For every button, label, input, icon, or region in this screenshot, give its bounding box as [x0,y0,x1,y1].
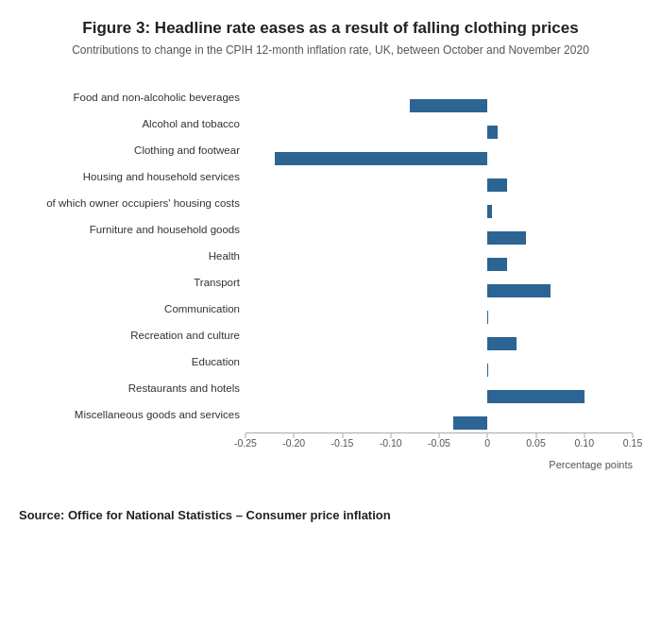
table-row: Housing and household services [28,164,633,189]
bar [487,126,497,139]
axis-tick-label: -0.25 [234,437,257,449]
bar [487,364,488,377]
table-row: Education [28,349,633,374]
chart-subtitle: Contributions to change in the CPIH 12-m… [19,43,642,57]
axis-ticks: -0.25-0.20-0.15-0.10-0.0500.050.100.15 [246,432,633,455]
source-text: Source: Office for National Statistics –… [19,508,642,522]
chart-container: Figure 3: Headline rate eases as a resul… [19,19,642,522]
bar [487,284,551,297]
row-label: Alcohol and tobacco [28,118,246,129]
bar [487,205,492,218]
row-label: Transport [28,277,246,288]
table-row: Restaurants and hotels [28,376,633,400]
chart-area: Food and non-alcoholic beveragesAlcohol … [28,85,633,470]
bar [453,416,487,430]
bar [487,178,507,192]
row-label: Education [28,356,246,367]
chart-inner: Food and non-alcoholic beveragesAlcohol … [28,85,633,429]
bar [275,152,488,165]
row-label: Food and non-alcoholic beverages [28,92,246,103]
table-row: Clothing and footwear [28,138,633,162]
row-label: Clothing and footwear [28,144,246,156]
row-label: Health [28,250,246,262]
table-row: Health [28,244,633,268]
axis-tick-label: 0.15 [623,437,642,449]
table-row: Transport [28,270,633,295]
axis-area: -0.25-0.20-0.15-0.10-0.0500.050.100.15 P… [28,432,633,470]
row-label: Recreation and culture [28,330,246,341]
table-row: Food and non-alcoholic beverages [28,85,633,110]
table-row: of which owner occupiers' housing costs [28,191,633,215]
table-row: Recreation and culture [28,323,633,347]
bar [410,99,487,112]
axis-tick-label: 0.05 [526,437,545,449]
axis-tick-label: -0.05 [428,437,450,449]
bar [487,311,488,324]
row-label: Miscellaneous goods and services [28,409,246,420]
row-label: of which owner occupiers' housing costs [28,197,246,209]
axis-title: Percentage points [549,459,633,470]
bar [487,231,526,245]
axis-tick-label: 0.10 [575,437,594,449]
axis-tick-label: -0.15 [331,437,354,449]
table-row: Alcohol and tobacco [28,111,633,136]
axis-tick-label: -0.20 [282,437,305,449]
row-label: Communication [28,303,246,314]
bar [487,258,507,271]
bar [487,337,517,350]
bar [487,390,585,403]
table-row: Communication [28,297,633,321]
axis-tick-label: -0.10 [380,437,402,449]
axis-tick-label: 0 [484,437,490,449]
row-label: Housing and household services [28,171,246,182]
row-label: Furniture and household goods [28,224,246,235]
row-label: Restaurants and hotels [28,382,246,394]
table-row: Miscellaneous goods and services [28,402,633,427]
chart-title: Figure 3: Headline rate eases as a resul… [19,19,642,38]
table-row: Furniture and household goods [28,217,633,242]
